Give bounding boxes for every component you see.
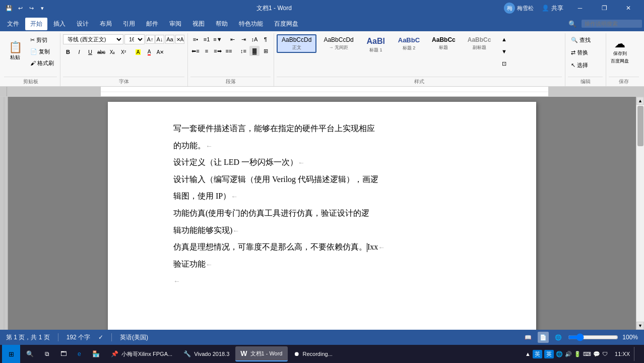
view-print-button[interactable]: 📄 [538,332,549,343]
tray-ime2[interactable]: 英 [544,350,554,358]
scroll-up-button[interactable]: ▲ [636,97,644,105]
quick-more-btn[interactable]: ▾ [37,3,47,13]
ribbon-search-input[interactable] [582,20,642,28]
menu-review[interactable]: 审阅 [164,18,186,30]
menu-references[interactable]: 引用 [118,18,140,30]
menu-file[interactable]: 文件 [2,18,24,30]
style-subtitle[interactable]: AaBbCc 副标题 [463,34,496,53]
redo-quick-btn[interactable]: ↪ [26,3,36,13]
styles-group: AaBbCcDd 正文 AaBbCcDd → 无间距 AaBl 标题 1 AaB… [275,33,565,86]
tray-up-arrow[interactable]: ▲ [525,351,531,357]
multilevel-button[interactable]: ≡▼ [213,34,223,44]
sort-button[interactable]: ↕A [249,34,260,44]
scroll-thumb[interactable] [637,106,643,146]
increase-indent-button[interactable]: ⇥ [238,34,248,44]
tray-antivirus[interactable]: 🛡 [602,351,608,357]
style-no-space[interactable]: AaBbCcDd → 无间距 [318,34,358,53]
menu-help[interactable]: 帮助 [211,18,233,30]
save-baidu-button[interactable]: ☁ 保存到 百度网盘 [609,34,631,69]
menu-special[interactable]: 特色功能 [234,18,268,30]
taskbar-search[interactable]: 🔍 [21,346,39,361]
tray-ime[interactable]: 英 [533,350,542,358]
borders-button[interactable]: ⊞ [261,46,271,56]
page[interactable]: 写一套硬件描述语言，能够在指定的硬件平台上实现相应 的功能。← 设计定义（让 L… [108,102,536,330]
menu-baidu[interactable]: 百度网盘 [269,18,303,30]
align-right-button[interactable]: ≡➡ [213,46,223,56]
change-case-button[interactable]: Aa [165,35,174,44]
taskbar-store[interactable]: 🏪 [87,346,105,361]
font-size-selector[interactable]: 16.5 [124,34,145,44]
taskbar-word[interactable]: W 文档1 - Word [235,346,287,361]
close-button[interactable]: ✕ [617,0,640,16]
styles-expand[interactable]: ⊡ [499,58,509,69]
superscript-button[interactable]: X² [118,47,128,57]
align-center-button[interactable]: ≡ [202,46,212,56]
select-button[interactable]: ↖ 选择 [568,59,591,71]
copy-button[interactable]: 📄 复制 [27,46,57,57]
menu-mailings[interactable]: 邮件 [141,18,163,30]
view-web-button[interactable]: 🌐 [553,332,564,343]
taskbar-edge[interactable]: e [73,346,86,361]
style-normal[interactable]: AaBbCcDd 正文 [277,34,316,53]
start-button[interactable]: ⊞ [2,345,20,363]
shading-button[interactable]: ▓ [249,46,260,56]
style-h2[interactable]: AaBbC 标题 2 [393,34,425,53]
menu-view[interactable]: 视图 [187,18,210,30]
find-button[interactable]: 🔍 查找 [568,34,594,45]
clear-format-button[interactable]: ✕A [175,35,184,44]
save-quick-btn[interactable]: 💾 [4,3,14,13]
decrease-font-button[interactable]: A↓ [155,35,164,44]
decrease-indent-button[interactable]: ⇤ [227,34,237,44]
share-button[interactable]: 👤 共享 [538,2,567,15]
scroll-down-button[interactable]: ▼ [636,322,644,330]
line-spacing-button[interactable]: ↕≡ [238,46,248,56]
task-view-button[interactable]: ⧉ [40,346,54,361]
tray-network[interactable]: 🌐 [556,351,563,357]
font-name-selector[interactable]: 等线 (西文正文) [63,34,123,44]
paste-button[interactable]: 📋 粘贴 [4,34,26,69]
minimize-button[interactable]: ─ [568,0,592,16]
undo-quick-btn[interactable]: ↩ [15,3,25,13]
styles-scroll-up[interactable]: ▲ [499,34,509,44]
cut-button[interactable]: ✂ 剪切 [27,34,57,45]
highlight-button[interactable]: A [133,47,143,57]
taskbar-recording[interactable]: ⏺ Recording... [289,346,338,361]
style-title[interactable]: AaBbCc 标题 [427,34,461,53]
numbering-button[interactable]: ≡1 [202,34,212,44]
show-desktop-button[interactable] [634,347,638,361]
tray-battery[interactable]: 🔋 [574,351,581,357]
taskbar-vivado[interactable]: 🔧 Vivado 2018.3 [178,346,234,361]
increase-font-button[interactable]: A↑ [146,35,155,44]
align-left-button[interactable]: ⬅≡ [190,46,201,56]
clear-char-button[interactable]: A✕ [155,47,165,57]
taskbar-fpga[interactable]: 📌 小梅哥Xilinx FPGA... [106,346,177,361]
menu-insert[interactable]: 插入 [48,18,71,30]
tray-more[interactable]: 💬 [593,351,600,357]
show-marks-button[interactable]: ¶ [261,34,271,44]
restore-button[interactable]: ❐ [593,0,616,16]
style-h1[interactable]: AaBl 标题 1 [361,34,391,55]
tray-volume[interactable]: 🔊 [565,351,572,357]
menu-design[interactable]: 设计 [72,18,94,30]
strikethrough-button[interactable]: abc [96,47,106,57]
vertical-scrollbar[interactable]: ▲ ▼ [636,97,644,330]
underline-button[interactable]: U [85,47,95,57]
taskbar-file-explorer[interactable]: 🗔 [55,346,72,361]
view-read-button[interactable]: 📖 [523,332,534,343]
justify-button[interactable]: ≡≡ [224,46,234,56]
italic-button[interactable]: I [74,47,84,57]
tray-input-icons[interactable]: ⌨ [583,351,591,357]
bullets-button[interactable]: ≡• [190,34,201,44]
zoom-slider[interactable] [568,333,618,341]
menu-layout[interactable]: 布局 [95,18,117,30]
font-color-button[interactable]: A [144,47,154,57]
bold-button[interactable]: B [63,47,73,57]
title-left: 💾 ↩ ↪ ▾ [4,3,47,13]
menu-home[interactable]: 开始 [25,18,47,30]
document-area[interactable]: 写一套硬件描述语言，能够在指定的硬件平台上实现相应 的功能。← 设计定义（让 L… [8,97,636,330]
user-area[interactable]: 梅 梅雪松 [501,2,537,15]
replace-button[interactable]: ⇄ 替换 [568,47,591,58]
format-painter-button[interactable]: 🖌 格式刷 [27,57,57,69]
subscript-button[interactable]: X₂ [107,47,117,57]
styles-scroll-down[interactable]: ▼ [499,46,509,56]
